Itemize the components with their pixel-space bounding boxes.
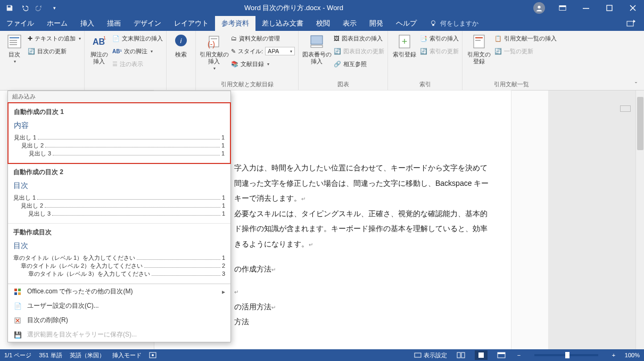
footnote-icon: AB1 <box>90 33 108 50</box>
redo-icon[interactable] <box>34 3 45 13</box>
save-icon[interactable] <box>4 3 15 13</box>
svg-point-1 <box>538 6 540 9</box>
toc-button[interactable]: 目次 ▾ <box>3 33 26 64</box>
tab-review[interactable]: 校閲 <box>310 16 336 31</box>
tab-mailings[interactable]: 差し込み文書 <box>255 16 310 31</box>
group-footnotes: AB1 脚注の挿入 📄文末脚注の挿入 AB¹次の脚注▾ ☰注の表示 <box>85 31 167 90</box>
minimize-button[interactable] <box>575 1 597 15</box>
tab-file[interactable]: ファイル <box>0 16 40 31</box>
toc-more-office-item[interactable]: Office.com で作ったその他の目次(M) ▸ <box>8 284 230 299</box>
display-settings-icon[interactable]: 表示設定 <box>414 351 447 359</box>
insert-citation-button[interactable]: (-) 引用文献の挿入▾ <box>199 33 229 71</box>
smart-lookup-button[interactable]: i 検索 <box>170 33 192 58</box>
zoom-level[interactable]: 100% <box>625 352 640 358</box>
tab-layout[interactable]: レイアウト <box>168 16 215 31</box>
doc-line: 間違った文字を修正したい場合は、間違った文字に移動し、Backspace キー <box>234 176 499 191</box>
collapse-ribbon-button[interactable]: ˇ <box>631 81 641 89</box>
insert-caption-button[interactable]: 図表番号の挿入 <box>302 33 332 65</box>
next-footnote-button[interactable]: AB¹次の脚注▾ <box>112 46 163 56</box>
user-icon <box>533 2 545 14</box>
add-text-icon: ✚ <box>28 35 32 42</box>
doc-line: の活用方法↵ <box>234 300 499 314</box>
add-text-button[interactable]: ✚テキストの追加▾ <box>28 33 81 44</box>
tab-design[interactable]: デザイン <box>127 16 168 31</box>
doc-line: 方法 <box>234 315 499 329</box>
zoom-slider-thumb[interactable] <box>565 352 569 358</box>
update-tof-button: 🔄図表目次の更新 <box>334 46 384 56</box>
group-research: i 検索 <box>167 31 196 90</box>
manage-sources-button[interactable]: 🗂資料文献の管理 <box>231 33 295 44</box>
tab-developer[interactable]: 開発 <box>363 16 390 31</box>
ruler-corner <box>620 105 631 112</box>
insert-footnote-button[interactable]: AB1 脚注の挿入 <box>88 33 110 65</box>
status-language[interactable]: 英語（米国） <box>70 351 105 359</box>
group-citations: (-) 引用文献の挿入▾ 🗂資料文献の管理 ✎ スタイル: APA▾ 📚文献目録… <box>196 31 299 90</box>
svg-text:(-): (-) <box>208 40 215 48</box>
view-read-mode[interactable] <box>455 350 467 360</box>
insert-index-button[interactable]: 📑索引の挿入 <box>420 33 459 44</box>
custom-toc-icon: 📄 <box>13 302 22 310</box>
toc-preset-manual[interactable]: 手動作成目次 目次 章のタイトル（レベル 1）を入力してください1 章のタイトル… <box>8 224 230 284</box>
toc-preset-auto2[interactable]: 自動作成の目次 2 目次 見出し 11 見出し 21 見出し 31 <box>8 163 230 224</box>
tell-me[interactable]: 何をしますか <box>423 16 485 31</box>
tell-me-label: 何をしますか <box>440 19 478 28</box>
svg-rect-26 <box>475 37 483 38</box>
status-insert-mode[interactable]: 挿入モード <box>112 351 142 359</box>
status-page[interactable]: 1/1 ページ <box>4 351 31 359</box>
mark-index-icon: + <box>396 33 413 50</box>
ribbon-tabs: ファイル ホーム 挿入 描画 デザイン レイアウト 参考資料 差し込み文書 校閲… <box>0 16 644 31</box>
citation-style-select[interactable]: APA▾ <box>265 47 295 55</box>
mark-citation-button[interactable]: 引用文の登録 <box>466 33 492 65</box>
bibliography-button[interactable]: 📚文献目録▾ <box>231 59 295 69</box>
tab-view[interactable]: 表示 <box>336 16 363 31</box>
svg-rect-7 <box>432 24 434 26</box>
update-toc-button[interactable]: 🔄目次の更新 <box>28 46 81 56</box>
lightbulb-icon <box>430 20 437 27</box>
zoom-slider[interactable] <box>534 354 598 356</box>
mark-index-entry-button[interactable]: + 索引登録 <box>391 33 418 58</box>
svg-rect-5 <box>607 5 612 11</box>
cross-reference-button[interactable]: 🔗相互参照 <box>334 59 384 69</box>
toc-remove-item[interactable]: 目次の削除(R) <box>8 313 230 327</box>
tab-draw[interactable]: 描画 <box>101 16 127 31</box>
tab-insert[interactable]: 挿入 <box>74 16 101 31</box>
toc-preset-auto1[interactable]: 自動作成の目次 1 内容 見出し 11 見出し 21 見出し 31 <box>7 102 231 164</box>
status-macro-icon[interactable] <box>149 352 156 358</box>
vertical-scrollbar[interactable] <box>635 91 644 351</box>
undo-icon[interactable] <box>19 3 30 13</box>
remove-toc-icon <box>13 316 22 325</box>
account-button[interactable] <box>528 1 550 15</box>
svg-rect-3 <box>559 6 566 7</box>
view-print-layout[interactable] <box>475 350 488 360</box>
citation-icon: (-) <box>205 33 222 50</box>
doc-line: 必要なスキルには、タイピングスキル、正確さ、視覚的な確認能力、基本的 <box>234 207 499 221</box>
tab-home[interactable]: ホーム <box>40 16 74 31</box>
ribbon-display-options[interactable] <box>551 1 574 15</box>
toc-button-label: 目次 <box>9 51 20 58</box>
tab-help[interactable]: ヘルプ <box>390 16 423 31</box>
tab-references[interactable]: 参考資料 <box>215 16 255 31</box>
insert-tof-button[interactable]: 🖼図表目次の挿入 <box>334 33 384 44</box>
scrollbar-thumb[interactable] <box>637 97 643 150</box>
maximize-button[interactable] <box>598 1 621 15</box>
close-button[interactable] <box>622 1 644 15</box>
group-index-label: 索引 <box>391 80 459 90</box>
style-icon: ✎ <box>231 48 236 55</box>
status-word-count[interactable]: 351 単語 <box>39 351 62 359</box>
mark-citation-icon <box>470 33 488 50</box>
svg-rect-40 <box>498 352 505 354</box>
zoom-in-button[interactable]: + <box>610 351 617 359</box>
toc-custom-item[interactable]: 📄 ユーザー設定の目次(C)... <box>8 299 230 313</box>
share-button[interactable] <box>624 18 639 29</box>
doc-line: ド操作の知識が含まれます。キーボード操作の基本を理解していると、効率 <box>234 221 499 236</box>
endnote-icon: 📄 <box>112 35 120 42</box>
insert-endnote-button[interactable]: 📄文末脚注の挿入 <box>112 33 163 44</box>
view-web-layout[interactable] <box>495 350 508 360</box>
svg-rect-25 <box>474 35 484 48</box>
insert-toa-button[interactable]: 📋引用文献一覧の挿入 <box>494 33 557 44</box>
doc-line: ↵ <box>234 284 499 299</box>
svg-rect-21 <box>311 36 323 44</box>
qat-customize-icon[interactable]: ▾ <box>49 3 60 13</box>
citation-style-row: ✎ スタイル: APA▾ <box>231 46 295 56</box>
zoom-out-button[interactable]: − <box>515 351 523 359</box>
